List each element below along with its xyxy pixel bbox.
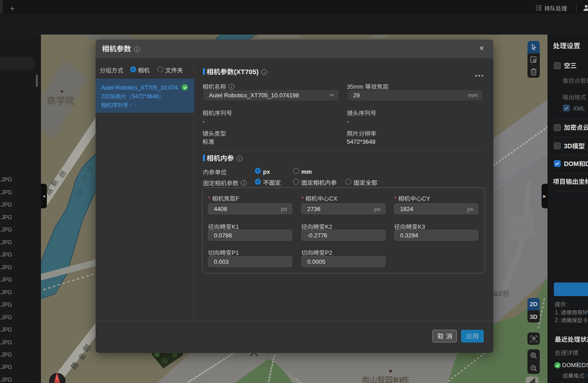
svg-text:B2: B2 bbox=[493, 290, 502, 297]
svg-text:B1: B1 bbox=[393, 376, 402, 383]
